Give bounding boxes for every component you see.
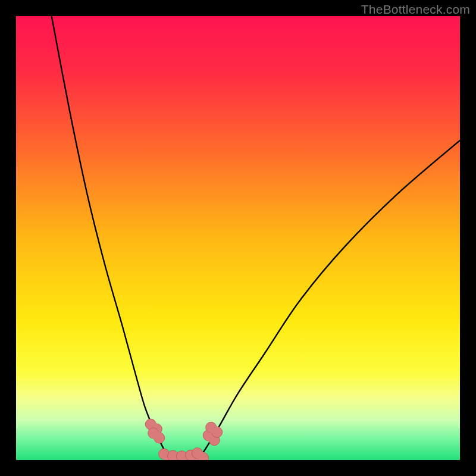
svg-point-20 xyxy=(195,452,206,460)
watermark-text: TheBottleneck.com xyxy=(361,2,470,17)
svg-point-26 xyxy=(209,425,220,434)
bottleneck-chart xyxy=(16,16,460,460)
chart-frame xyxy=(16,16,460,460)
svg-point-5 xyxy=(151,431,162,440)
